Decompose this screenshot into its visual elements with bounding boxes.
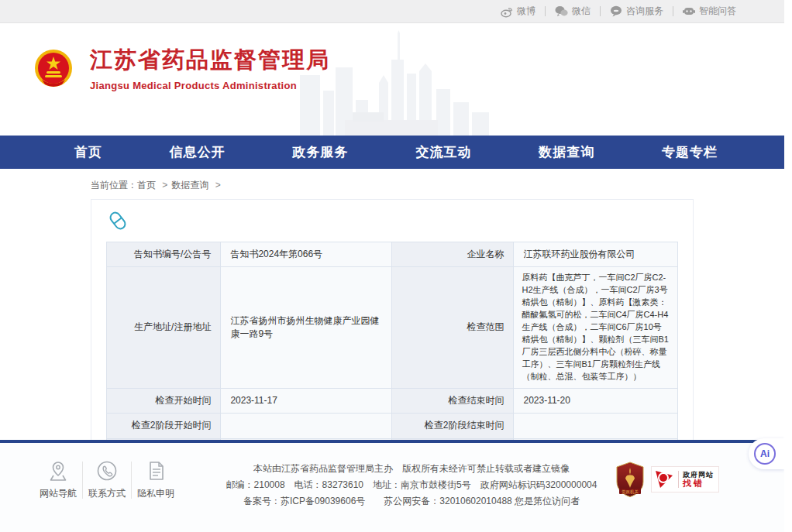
page: 微博 微信 咨询服务 智能问答 (0, 0, 784, 532)
scrollbar-gutter[interactable] (784, 0, 792, 532)
stage2-start-label: 检查2阶段开始时间 (107, 414, 221, 438)
wechat-label: 微信 (572, 5, 591, 18)
consult-service-label: 咨询服务 (626, 5, 663, 18)
site-header: 江苏省药品监督管理局 Jiangsu Medical Products Admi… (0, 23, 784, 136)
robot-qa-icon (683, 5, 695, 17)
national-emblem-logo (34, 49, 73, 88)
contact-label: 联系方式 (88, 487, 126, 500)
privacy-label: 隐私申明 (137, 487, 174, 500)
notice-no-label: 告知书编号/公告号 (107, 242, 221, 267)
address-label: 生产地址/注册地址 (107, 267, 221, 388)
ai-assistant-button[interactable]: Ai (749, 438, 784, 469)
nav-item-home[interactable]: 首页 (74, 143, 102, 161)
site-subtitle: Jiangsu Medical Products Administration (90, 80, 330, 91)
site-map-link[interactable]: 网站导航 (34, 460, 82, 500)
nav-item-special-topics[interactable]: 专题专栏 (662, 143, 718, 161)
topbar-divider (673, 6, 673, 16)
breadcrumb-home-link[interactable]: 首页 (137, 180, 156, 190)
footer-line-2: 邮编：210008 电话：83273610 地址：南京市鼓楼街5号 政府网站标识… (215, 477, 608, 493)
notice-no-value: 告知书2024年第066号 (221, 242, 392, 267)
wechat-link[interactable]: 微信 (555, 5, 591, 18)
footer-badges: 党政机关 政府网站 找错 (615, 462, 719, 497)
stage2-end-label: 检查2阶段结束时间 (392, 414, 514, 438)
ai-assistant-label: Ai (754, 443, 776, 465)
main-nav: 首页 信息公开 政务服务 交流互动 数据查询 专题专栏 (0, 136, 784, 169)
footer-line-1: 本站由江苏省药品监督管理局主办 版权所有未经许可禁止转载或者建立镜像 (215, 461, 608, 477)
breadcrumb-separator: > (215, 180, 221, 190)
breadcrumb-prefix: 当前位置： (91, 180, 137, 190)
consult-chat-icon (610, 5, 622, 17)
error-report-magnifier-icon (653, 469, 675, 490)
nav-item-info-disclosure[interactable]: 信息公开 (170, 143, 226, 161)
company-value: 江苏联环药业股份有限公司 (514, 242, 678, 267)
table-row: 检查2阶段开始时间 检查2阶段结束时间 (107, 414, 678, 438)
shield-badge-label: 党政机关 (622, 489, 639, 495)
site-map-label: 网站导航 (40, 487, 77, 500)
privacy-link[interactable]: 隐私申明 (132, 460, 180, 500)
weibo-icon (501, 5, 513, 18)
stage2-start-value (221, 414, 392, 438)
scope-label: 检查范围 (392, 267, 514, 388)
privacy-doc-icon (146, 460, 166, 482)
footer-info-text: 本站由江苏省药品监督管理局主办 版权所有未经许可禁止转载或者建立镜像 邮编：21… (215, 461, 608, 510)
footer-quick-links: 网站导航 联系方式 隐私申明 (34, 460, 180, 500)
brand-text: 江苏省药品监督管理局 Jiangsu Medical Products Admi… (90, 45, 330, 91)
error-badge-text: 政府网站 找错 (678, 471, 714, 489)
topbar-divider (600, 6, 601, 16)
start-time-label: 检查开始时间 (107, 388, 221, 413)
stage2-end-value (514, 414, 678, 438)
weibo-label: 微博 (517, 5, 535, 18)
start-time-value: 2023-11-17 (221, 388, 392, 413)
contact-link[interactable]: 联系方式 (83, 460, 131, 500)
end-time-value: 2023-11-20 (514, 388, 678, 413)
wechat-icon (555, 5, 568, 17)
table-row: 告知书编号/公告号 告知书2024年第066号 企业名称 江苏联环药业股份有限公… (107, 242, 678, 267)
breadcrumb-separator: > (162, 180, 167, 190)
top-utility-bar: 微博 微信 咨询服务 智能问答 (0, 0, 784, 23)
smart-qa-label: 智能问答 (699, 5, 736, 18)
site-footer: 网站导航 联系方式 隐私申明 本站由江苏省药品监督管理局主办 版权所有未经许可禁… (0, 443, 784, 532)
footer-line-3: 备案号：苏ICP备09039606号 苏公网安备：32010602010488 … (215, 493, 608, 510)
smart-qa-link[interactable]: 智能问答 (683, 5, 736, 18)
table-row: 生产地址/注册地址 江苏省扬州市扬州生物健康产业园健康一路9号 检查范围 原料药… (107, 267, 678, 388)
breadcrumb-section-link[interactable]: 数据查询 (171, 180, 208, 190)
logo-link[interactable]: 江苏省药品监督管理局 Jiangsu Medical Products Admi… (34, 45, 330, 91)
nav-item-interaction[interactable]: 交流互动 (415, 143, 471, 161)
topbar-divider (545, 6, 546, 16)
weibo-link[interactable]: 微博 (501, 5, 535, 18)
gov-site-error-report-badge[interactable]: 政府网站 找错 (651, 466, 719, 493)
site-title: 江苏省药品监督管理局 (90, 45, 330, 76)
error-badge-bottom-label: 找错 (683, 479, 714, 489)
phone-icon (96, 460, 118, 482)
company-label: 企业名称 (392, 242, 514, 267)
error-badge-top-label: 政府网站 (683, 471, 714, 479)
site-map-icon (47, 460, 69, 482)
consult-service-link[interactable]: 咨询服务 (610, 5, 663, 18)
pill-icon (108, 211, 128, 231)
gov-agency-shield-badge[interactable]: 党政机关 (615, 462, 645, 497)
end-time-label: 检查结束时间 (392, 388, 514, 413)
scope-value: 原料药【曲克芦丁，一车间C2厂房C2-H2生产线（合成），一车间C2厂房3号精烘… (514, 267, 678, 388)
table-row: 检查开始时间 2023-11-17 检查结束时间 2023-11-20 (107, 388, 678, 413)
address-value: 江苏省扬州市扬州生物健康产业园健康一路9号 (221, 267, 392, 388)
nav-item-gov-services[interactable]: 政务服务 (293, 143, 349, 161)
breadcrumb: 当前位置：首页 >数据查询 > (0, 169, 784, 199)
nav-item-data-query[interactable]: 数据查询 (539, 143, 594, 161)
